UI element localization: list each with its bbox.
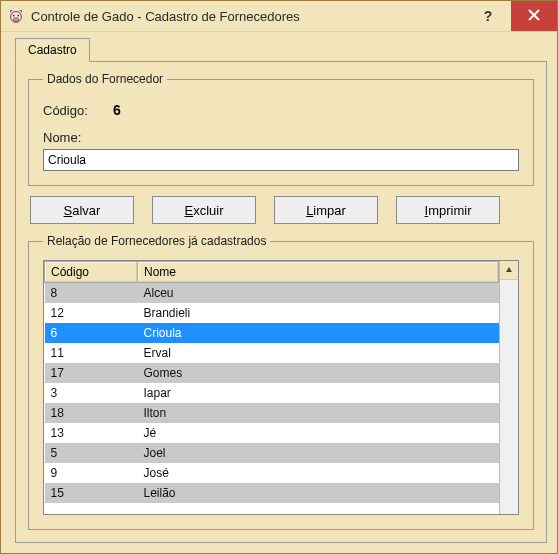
value-codigo: 6 <box>113 102 121 118</box>
close-icon <box>528 7 540 25</box>
cell-nome: Ilton <box>138 403 499 423</box>
svg-point-1 <box>13 15 15 17</box>
window-title: Controle de Gado - Cadastro de Fornecedo… <box>31 9 465 24</box>
cell-codigo: 11 <box>45 343 138 363</box>
cell-nome: Iapar <box>138 383 499 403</box>
group-legend-dados: Dados do Fornecedor <box>43 72 167 86</box>
button-bar: Salvar Excluir Limpar Imprimir <box>28 194 534 226</box>
cell-codigo: 3 <box>45 383 138 403</box>
help-button[interactable]: ? <box>465 1 511 31</box>
col-header-nome[interactable]: Nome <box>138 262 499 283</box>
cell-nome: Leilão <box>138 483 499 503</box>
table-viewport: Código Nome 8Alceu12Brandieli6Crioula11E… <box>44 261 499 514</box>
cell-codigo: 6 <box>45 323 138 343</box>
nome-input[interactable] <box>43 149 519 171</box>
table-scrollbar[interactable] <box>499 261 518 514</box>
svg-point-2 <box>17 15 19 17</box>
table-row[interactable]: 9José <box>45 463 499 483</box>
cell-nome: Crioula <box>138 323 499 343</box>
table-header-row: Código Nome <box>45 262 499 283</box>
table-container: Código Nome 8Alceu12Brandieli6Crioula11E… <box>43 260 519 515</box>
imprimir-button[interactable]: Imprimir <box>396 196 500 224</box>
cell-codigo: 12 <box>45 303 138 323</box>
cell-nome: Alceu <box>138 283 499 304</box>
cell-nome: Joel <box>138 443 499 463</box>
window-controls: ? <box>465 1 557 31</box>
cell-nome: Brandieli <box>138 303 499 323</box>
cell-codigo: 8 <box>45 283 138 304</box>
cell-codigo: 9 <box>45 463 138 483</box>
cell-codigo: 17 <box>45 363 138 383</box>
table-row[interactable]: 8Alceu <box>45 283 499 304</box>
cell-codigo: 5 <box>45 443 138 463</box>
cell-codigo: 15 <box>45 483 138 503</box>
cow-icon <box>7 7 25 25</box>
group-lista-fornecedores: Relação de Fornecedores já cadastrados C… <box>28 234 534 530</box>
tab-cadastro[interactable]: Cadastro <box>15 38 90 62</box>
client-area: Cadastro Dados do Fornecedor Código: 6 N… <box>1 32 557 553</box>
col-header-codigo[interactable]: Código <box>45 262 138 283</box>
cell-codigo: 13 <box>45 423 138 443</box>
label-codigo: Código: <box>43 103 113 118</box>
table-row[interactable]: 3Iapar <box>45 383 499 403</box>
table-row[interactable]: 6Crioula <box>45 323 499 343</box>
label-nome: Nome: <box>43 130 113 145</box>
row-nome-label: Nome: <box>43 130 519 145</box>
table-row[interactable]: 17Gomes <box>45 363 499 383</box>
group-legend-lista: Relação de Fornecedores já cadastrados <box>43 234 270 248</box>
cell-nome: Erval <box>138 343 499 363</box>
cell-nome: Jé <box>138 423 499 443</box>
cell-nome: José <box>138 463 499 483</box>
salvar-button[interactable]: Salvar <box>30 196 134 224</box>
tabstrip: Cadastro <box>15 38 547 62</box>
tab-panel-cadastro: Dados do Fornecedor Código: 6 Nome: Salv… <box>15 61 547 543</box>
table-row[interactable]: 18Ilton <box>45 403 499 423</box>
app-window: Controle de Gado - Cadastro de Fornecedo… <box>0 0 558 554</box>
titlebar: Controle de Gado - Cadastro de Fornecedo… <box>1 1 557 32</box>
limpar-button[interactable]: Limpar <box>274 196 378 224</box>
table-row[interactable]: 5Joel <box>45 443 499 463</box>
cell-codigo: 18 <box>45 403 138 423</box>
scroll-up-icon[interactable] <box>500 261 518 280</box>
group-dados-fornecedor: Dados do Fornecedor Código: 6 Nome: <box>28 72 534 186</box>
svg-point-3 <box>13 18 18 22</box>
cell-nome: Gomes <box>138 363 499 383</box>
table-row[interactable]: 15Leilão <box>45 483 499 503</box>
excluir-button[interactable]: Excluir <box>152 196 256 224</box>
table-row[interactable]: 11Erval <box>45 343 499 363</box>
table-row[interactable]: 13Jé <box>45 423 499 443</box>
table-row[interactable]: 12Brandieli <box>45 303 499 323</box>
fornecedores-table[interactable]: Código Nome 8Alceu12Brandieli6Crioula11E… <box>44 261 499 503</box>
row-codigo: Código: 6 <box>43 102 519 118</box>
close-button[interactable] <box>511 1 557 31</box>
